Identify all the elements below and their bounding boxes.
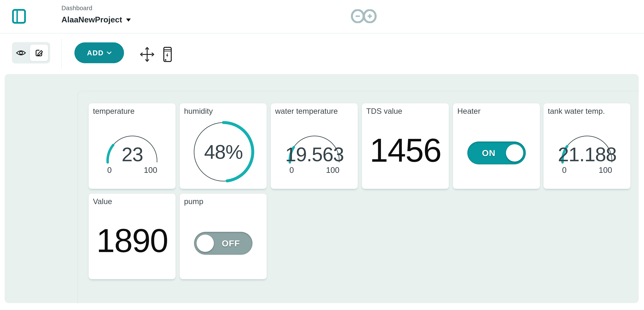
widget-title: temperature <box>93 107 135 116</box>
app-header: Dashboard AlaaNewProject <box>0 0 644 33</box>
tds-value-number: 1456 <box>370 131 441 169</box>
sidebar-toggle-button[interactable] <box>12 9 26 24</box>
switch-knob <box>196 235 214 252</box>
gauge-min-label: 0 <box>285 165 298 175</box>
widget-card-tds-value[interactable]: TDS value 1456 <box>362 103 449 189</box>
project-name: AlaaNewProject <box>62 15 122 24</box>
temperature-gauge: 23 0 100 <box>96 128 168 179</box>
dashboard-canvas: temperature 23 0 100 humidity 48% water … <box>5 74 639 303</box>
widget-card-value[interactable]: Value 1890 <box>88 193 176 279</box>
breadcrumb: Dashboard <box>62 5 131 11</box>
panel-toggle-icon <box>12 9 26 24</box>
toolbar-divider <box>61 39 62 69</box>
widget-card-humidity[interactable]: humidity 48% <box>180 103 267 189</box>
gauge-max-label: 100 <box>324 165 342 175</box>
gauge-max-label: 100 <box>141 165 160 175</box>
eye-icon <box>16 49 26 57</box>
widget-title: Heater <box>457 107 480 116</box>
widget-title: tank water temp. <box>548 107 605 116</box>
switch-state-label: OFF <box>212 238 250 248</box>
pump-toggle-switch[interactable]: OFF <box>194 232 252 255</box>
edit-mode-button[interactable] <box>30 44 48 61</box>
water-temperature-gauge: 19.563 0 100 <box>278 128 350 179</box>
heater-toggle-switch[interactable]: ON <box>467 142 526 164</box>
dashboard-toolbar: ADD <box>0 33 644 74</box>
gauge-value: 23 <box>96 145 168 164</box>
pencil-edit-icon <box>35 49 44 57</box>
arrange-widgets-button[interactable] <box>140 47 154 62</box>
widget-title: pump <box>184 197 203 206</box>
switch-knob <box>506 144 523 161</box>
add-widget-button[interactable]: ADD <box>74 42 124 63</box>
widget-card-temperature[interactable]: temperature 23 0 100 <box>88 103 176 189</box>
chevron-down-icon <box>107 51 112 54</box>
view-mode-button[interactable] <box>12 42 30 63</box>
humidity-percentage-gauge: 48% <box>188 120 260 185</box>
widget-card-pump[interactable]: pump OFF <box>180 193 267 279</box>
widget-title: humidity <box>184 107 213 116</box>
phone-icon <box>163 47 172 62</box>
switch-state-label: ON <box>470 148 508 158</box>
arduino-infinity-logo <box>351 9 377 23</box>
project-selector[interactable]: AlaaNewProject <box>62 15 131 24</box>
gauge-value: 19.563 <box>278 145 350 164</box>
gauge-value: 21.188 <box>551 145 623 164</box>
gauge-max-label: 100 <box>596 165 615 175</box>
chevron-down-icon <box>126 18 131 21</box>
tank-water-temp-gauge: 21.188 0 100 <box>551 128 623 179</box>
widget-card-tank-water-temp[interactable]: tank water temp. 21.188 0 100 <box>543 103 631 189</box>
widget-title: water temperature <box>275 107 338 116</box>
move-arrows-icon <box>140 47 154 62</box>
mobile-preview-button[interactable] <box>163 47 172 62</box>
widget-card-water-temperature[interactable]: water temperature 19.563 0 100 <box>270 103 358 189</box>
gauge-value: 48% <box>188 142 260 162</box>
gauge-min-label: 0 <box>102 165 116 175</box>
add-button-label: ADD <box>87 49 104 57</box>
header-titles: Dashboard AlaaNewProject <box>62 5 131 24</box>
widget-card-heater[interactable]: Heater ON <box>453 103 540 189</box>
view-edit-toggle <box>12 42 50 63</box>
gauge-min-label: 0 <box>558 165 571 175</box>
value-display: 1890 <box>89 194 176 279</box>
value-display: 1456 <box>362 103 449 189</box>
value-number: 1890 <box>96 221 168 260</box>
